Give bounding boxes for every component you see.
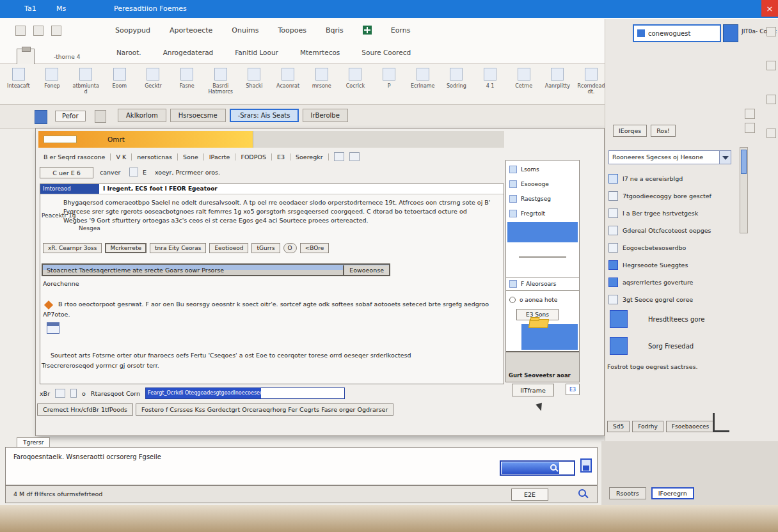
panel-button[interactable]: <BOre: [300, 243, 329, 253]
ribbon-button[interactable]: Shacki: [240, 68, 269, 89]
menu-item[interactable]: Onuims: [232, 26, 258, 35]
titlebar-menu-b[interactable]: Ms: [56, 4, 66, 13]
menu-item[interactable]: Naroot.: [116, 49, 141, 56]
e2e-button[interactable]: E2E: [511, 489, 548, 501]
rail-icon-2[interactable]: [766, 61, 776, 70]
ribbon-button[interactable]: Inteacaft: [4, 68, 33, 89]
new-document-icon[interactable]: [51, 26, 61, 36]
result-item[interactable]: aqsrerrlertes goverture: [608, 274, 738, 290]
cuer-button[interactable]: C uer E 6: [40, 167, 93, 178]
promoted-item[interactable]: Sorg Fresedad: [610, 337, 757, 355]
task-pane-item[interactable]: Esooeoge: [506, 176, 579, 191]
view-tab[interactable]: Hsrsoecsme: [170, 109, 226, 122]
dialog-bottom-tab[interactable]: Fostero f Csrsses Kss Gerdectgrt Orcerae…: [136, 403, 393, 416]
view-tab[interactable]: -Srars: Ais Seats: [230, 109, 299, 122]
result-item[interactable]: Eogoecbetesoserdbo: [608, 239, 738, 256]
menu-item[interactable]: Aporteoecte: [170, 26, 212, 35]
dropdown-arrow-icon[interactable]: [719, 151, 731, 164]
ribbon-button[interactable]: Fasne: [172, 68, 202, 89]
ribbon-button[interactable]: Eoom: [105, 68, 134, 89]
dialog-toolbar-item[interactable]: IPacrte: [204, 153, 236, 160]
dialog-toolbar-item[interactable]: FODPOS: [235, 153, 272, 160]
bottom-right-button[interactable]: IFoeregrn: [651, 487, 694, 499]
selected-row[interactable]: Stoacnect Taedsaqerctieme ate srecte Goa…: [42, 263, 390, 276]
bottom-right-button[interactable]: Rsootrs: [609, 487, 646, 499]
redo-icon[interactable]: [33, 26, 44, 36]
menu-item[interactable]: Toopoes: [278, 26, 306, 35]
panel-bottom-tab[interactable]: Sd5: [607, 421, 630, 432]
window-preview-icon[interactable]: [47, 322, 60, 334]
dialog-toolbar-item[interactable]: nersoticnas: [132, 153, 178, 160]
task-pane-item[interactable]: Lsoms: [506, 162, 579, 176]
result-item[interactable]: Hegrseoote Sueggtes: [608, 256, 738, 273]
rail-icon-3[interactable]: [766, 95, 776, 104]
maximize-icon[interactable]: [745, 109, 755, 119]
panel-button[interactable]: tnra Eity Ceoras: [150, 243, 206, 253]
ribbon-button[interactable]: mrsone: [307, 68, 337, 89]
panel-scrollbar[interactable]: [740, 147, 748, 233]
small-checkbox-icon[interactable]: [129, 168, 138, 176]
restore-icon[interactable]: [745, 123, 755, 133]
toolbar-extra-icon[interactable]: [349, 152, 360, 161]
titlebar-menu-a[interactable]: Ta1: [24, 4, 36, 13]
dialog-toolbar-item[interactable]: E3: [272, 153, 290, 160]
selected-row-button[interactable]: Eowoeonse: [343, 265, 389, 275]
ribbon-button[interactable]: Ecrlname: [408, 68, 438, 89]
panel-button[interactable]: Mcrkerrete: [105, 243, 147, 253]
footer-icon-2[interactable]: [70, 389, 77, 398]
ribbon-button[interactable]: Basrdi Hatmorcs: [206, 68, 235, 95]
menu-item-eorns[interactable]: Eorns: [391, 26, 411, 35]
page-icon[interactable]: [95, 110, 106, 123]
close-button[interactable]: ×: [761, 0, 778, 17]
result-item[interactable]: 3gt Seoce gogrel coree: [608, 291, 738, 308]
ribbon-button[interactable]: Gecktr: [139, 68, 168, 89]
result-item[interactable]: 7tgoodieecoggy bore gesctef: [608, 187, 738, 204]
ribbon-button[interactable]: Rcorndeaddt.: [576, 68, 606, 95]
ribbon-button[interactable]: atbmiuntad: [71, 68, 100, 95]
menu-item[interactable]: Soopypud: [115, 26, 150, 35]
panel-button[interactable]: xR. Cearnpr 3oss: [43, 243, 102, 253]
task-pane-group-row-1[interactable]: F Aleorsoars: [506, 277, 579, 291]
result-item[interactable]: I7 ne a ecereisrblgd: [608, 170, 738, 187]
menu-item[interactable]: Anrogedaterad: [163, 49, 214, 56]
dialog-toolbar-item[interactable]: Sone: [178, 153, 204, 160]
panel-button[interactable]: Ros!: [651, 125, 676, 137]
panel-bottom-tab[interactable]: Fsoebaoeces: [666, 421, 715, 432]
panel-bottom-tab[interactable]: Fodrhy: [632, 421, 663, 432]
category-dropdown[interactable]: Rooneeres Sgecses oj Hesone: [608, 150, 731, 164]
dialog-toolbar-item[interactable]: V K: [111, 153, 132, 160]
iitframe-button[interactable]: IITframe: [512, 384, 554, 396]
ribbon-button[interactable]: P: [374, 68, 404, 89]
ribbon-button[interactable]: Sodring: [442, 68, 472, 89]
rail-icon-1[interactable]: [766, 27, 776, 36]
dialog-toolbar-item[interactable]: B er Seqrd rasocone: [38, 153, 111, 160]
task-pane-item[interactable]: Raestgseg: [506, 191, 579, 206]
footer-progress-field[interactable]: Feargt_Ocrkdi Oteqgoadesgtgoadlnoecoeseo…: [145, 387, 345, 399]
result-item[interactable]: I a Ber trgee hsrtvetgesk: [608, 205, 738, 221]
zoom-icon[interactable]: [578, 489, 586, 497]
ribbon-button[interactable]: Cetrne: [509, 68, 539, 89]
footer-icon-1[interactable]: [55, 389, 65, 398]
task-pane-selection-2[interactable]: [521, 324, 578, 350]
dialog-toolbar-item[interactable]: Soeregkr: [290, 153, 329, 160]
view-tab[interactable]: Aklkorlom: [118, 109, 166, 122]
bottom-window-tab[interactable]: Tgrersr: [17, 437, 50, 447]
document-icon[interactable]: [35, 110, 47, 124]
e3-small-button[interactable]: E3: [566, 384, 580, 395]
dialog-bottom-tab[interactable]: Cremect Hrx/cfdBr 1tfPoods: [37, 403, 133, 416]
rail-icon-4[interactable]: [766, 129, 776, 138]
ribbon-button[interactable]: Aanrplitty: [543, 68, 573, 89]
panel-button[interactable]: IEorqes: [613, 125, 647, 137]
save-icon[interactable]: [580, 458, 592, 473]
menu-item[interactable]: Soure Coorecd: [361, 49, 411, 56]
menu-item[interactable]: Fanltid Loour: [235, 49, 278, 56]
ribbon-button[interactable]: Acaonrat: [273, 68, 303, 89]
panel-button[interactable]: O: [283, 243, 297, 253]
scrollbar-thumb[interactable]: [741, 150, 747, 174]
panel-button[interactable]: Eeotioeod: [209, 243, 248, 253]
task-pane-selection-1[interactable]: [507, 222, 578, 242]
promoted-item[interactable]: Hresdtlteecs gore: [610, 310, 757, 328]
panel-button[interactable]: tGurrs: [251, 243, 280, 253]
pefor-button[interactable]: Pefor: [55, 111, 86, 121]
ribbon-button[interactable]: Cocrlck: [341, 68, 370, 89]
